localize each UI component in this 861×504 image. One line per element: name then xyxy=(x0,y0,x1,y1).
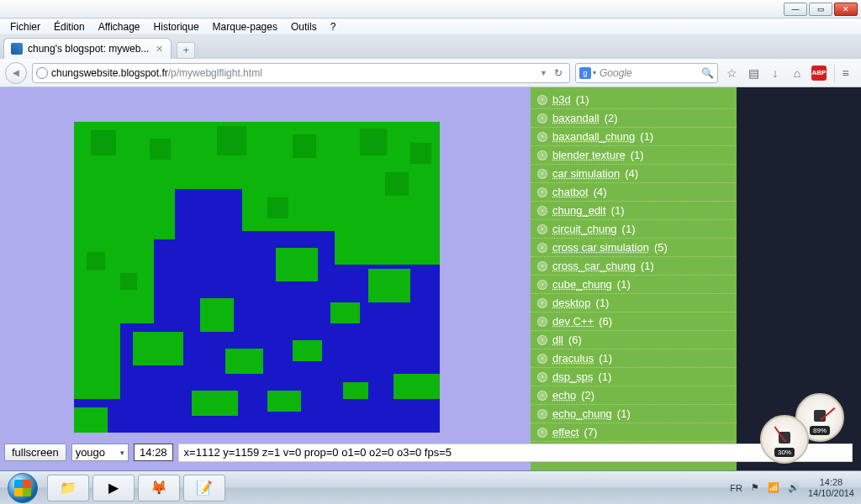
tag-item[interactable]: ›b3d (1) xyxy=(531,91,737,109)
svg-rect-24 xyxy=(410,143,431,164)
tray-volume-icon[interactable]: 🔊 xyxy=(788,482,800,493)
adblock-icon[interactable]: ABP xyxy=(811,65,827,81)
sim-clock: 14:28 xyxy=(134,444,173,461)
downloads-icon[interactable]: ↓ xyxy=(767,65,784,81)
tray-lang[interactable]: FR xyxy=(730,483,742,493)
taskbar: 📁 ▶ 🦊 📝 FR ⚑ 📶 🔊 14:2814/10/2014 xyxy=(0,470,861,504)
tag-item[interactable]: ›draculus (1) xyxy=(531,349,737,368)
tag-item[interactable]: ›effect (7) xyxy=(531,423,737,442)
tag-link[interactable]: echo_chung xyxy=(552,407,612,420)
svg-rect-9 xyxy=(74,323,120,399)
tag-link[interactable]: blender texture xyxy=(552,149,626,161)
search-placeholder: Google xyxy=(600,67,632,79)
close-button[interactable]: ✕ xyxy=(834,3,858,16)
tab-close-icon[interactable]: ✕ xyxy=(154,44,164,54)
tag-link[interactable]: chatbot xyxy=(552,186,589,198)
svg-rect-11 xyxy=(293,340,322,361)
tag-count: (1) xyxy=(641,260,654,272)
system-tray: FR ⚑ 📶 🔊 14:2814/10/2014 xyxy=(730,477,861,498)
svg-rect-10 xyxy=(225,349,263,374)
tag-item[interactable]: ›cross car simulation (5) xyxy=(531,239,737,257)
bullet-icon: › xyxy=(537,95,547,105)
browser-tab[interactable]: chung's blogspot: myweb... ✕ xyxy=(3,38,172,59)
url-bar[interactable]: chungswebsite.blogspot.fr/p/mywebglfligh… xyxy=(32,63,570,83)
tag-link[interactable]: cross_car_chung xyxy=(552,260,636,272)
new-tab-button[interactable]: + xyxy=(177,42,195,59)
window-titlebar: — ▭ ✕ xyxy=(0,0,861,18)
tray-flag-icon[interactable]: ⚑ xyxy=(751,482,759,493)
mode-select[interactable]: yougo xyxy=(71,444,129,461)
gauge-cpu[interactable]: 30% xyxy=(760,415,809,464)
tag-item[interactable]: ›dev C++ (6) xyxy=(531,312,737,331)
tag-count: (1) xyxy=(576,93,589,106)
tag-item[interactable]: ›echo_chung (1) xyxy=(531,405,737,423)
taskbar-firefox[interactable]: 🦊 xyxy=(138,475,180,501)
tag-item[interactable]: ›circuit_chung (1) xyxy=(531,220,737,239)
tag-item[interactable]: ›baxandall_chung (1) xyxy=(531,128,737,146)
svg-rect-5 xyxy=(335,223,440,265)
svg-rect-22 xyxy=(293,134,316,158)
tag-link[interactable]: car simulation xyxy=(552,167,620,180)
tag-count: (1) xyxy=(640,130,653,143)
tag-link[interactable]: dev C++ xyxy=(552,315,594,328)
back-button[interactable]: ◄ xyxy=(5,62,27,84)
tag-item[interactable]: ›cube_chung (1) xyxy=(531,276,737,294)
tag-item[interactable]: ›chung_edit (1) xyxy=(531,202,737,220)
tag-link[interactable]: circuit_chung xyxy=(552,223,617,235)
tag-link[interactable]: effect xyxy=(552,426,579,438)
menu-help[interactable]: ? xyxy=(324,19,343,34)
search-bar[interactable]: g ▾ Google 🔍 xyxy=(575,63,718,83)
maximize-button[interactable]: ▭ xyxy=(809,3,832,16)
url-host: chungswebsite.blogspot.fr xyxy=(51,67,168,79)
taskbar-notepad[interactable]: 📝 xyxy=(183,475,225,501)
tag-item[interactable]: ›desktop (1) xyxy=(531,294,737,312)
tag-link[interactable]: cross car simulation xyxy=(552,241,649,254)
tag-item[interactable]: ›blender texture (1) xyxy=(531,146,737,165)
tag-link[interactable]: echo xyxy=(552,389,576,402)
menu-history[interactable]: Historique xyxy=(147,19,206,34)
tag-item[interactable]: ›cross_car_chung (1) xyxy=(531,257,737,276)
bullet-icon: › xyxy=(537,169,547,179)
menu-view[interactable]: Affichage xyxy=(92,19,147,34)
tag-link[interactable]: baxandall xyxy=(552,112,600,124)
bullet-icon: › xyxy=(537,354,547,364)
tag-item[interactable]: ›echo (2) xyxy=(531,386,737,405)
home-icon[interactable]: ⌂ xyxy=(789,65,806,81)
tag-item[interactable]: ›dsp_sps (1) xyxy=(531,368,737,386)
bookmark-star-icon[interactable]: ☆ xyxy=(723,65,740,81)
svg-rect-2 xyxy=(74,189,175,239)
tray-network-icon[interactable]: 📶 xyxy=(768,482,779,493)
menu-edit[interactable]: Édition xyxy=(47,19,92,34)
reader-icon[interactable]: ▤ xyxy=(745,65,762,81)
tag-link[interactable]: b3d xyxy=(552,93,571,106)
tag-link[interactable]: chung_edit xyxy=(552,204,606,217)
tag-link[interactable]: draculus xyxy=(552,352,594,365)
menu-bookmarks[interactable]: Marque-pages xyxy=(206,19,284,34)
minimize-button[interactable]: — xyxy=(784,3,807,16)
tag-link[interactable]: desktop xyxy=(552,297,591,309)
reload-icon[interactable]: ↻ xyxy=(551,67,566,79)
menu-icon[interactable]: ≡ xyxy=(834,64,856,82)
search-icon[interactable]: 🔍 xyxy=(701,67,714,79)
tag-link[interactable]: dsp_sps xyxy=(552,370,593,383)
tag-item[interactable]: ›chatbot (4) xyxy=(531,183,737,202)
menu-tools[interactable]: Outils xyxy=(284,19,324,34)
tag-link[interactable]: dll xyxy=(552,333,563,346)
tag-item[interactable]: ›dll (6) xyxy=(531,331,737,349)
taskbar-media[interactable]: ▶ xyxy=(92,475,135,501)
bullet-icon: › xyxy=(537,372,547,382)
fullscreen-button[interactable]: fullscreen xyxy=(4,444,66,461)
tag-link[interactable]: baxandall_chung xyxy=(552,130,635,143)
tag-item[interactable]: ›baxandall (2) xyxy=(531,109,737,128)
taskbar-explorer[interactable]: 📁 xyxy=(47,475,89,501)
tag-link[interactable]: cube_chung xyxy=(552,278,612,291)
menu-file[interactable]: Fichier xyxy=(3,19,47,34)
tag-item[interactable]: ›car simulation (4) xyxy=(531,165,737,183)
start-button[interactable] xyxy=(0,471,45,505)
tab-strip: chung's blogspot: myweb... ✕ + xyxy=(0,35,861,59)
tray-datetime[interactable]: 14:2814/10/2014 xyxy=(808,477,854,498)
bullet-icon: › xyxy=(537,187,547,197)
tag-count: (6) xyxy=(599,315,612,328)
webgl-canvas[interactable] xyxy=(74,122,440,433)
url-dropdown-icon[interactable]: ▼ xyxy=(536,69,551,77)
